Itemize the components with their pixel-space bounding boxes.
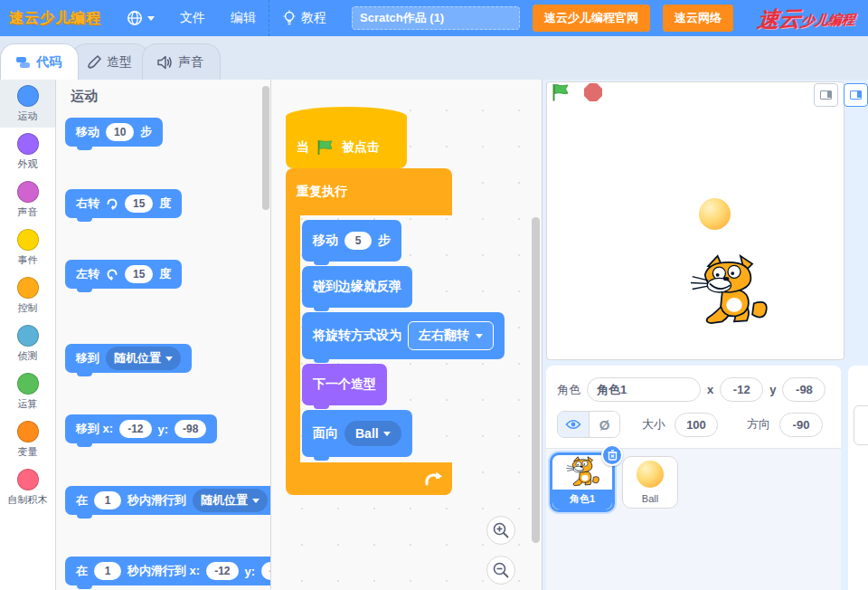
zoom-in-button[interactable] — [486, 516, 515, 545]
menu-tutorials-label: 教程 — [301, 10, 326, 26]
glide-y-input[interactable]: -98 — [261, 562, 271, 580]
glide-x-input[interactable]: -12 — [206, 562, 238, 580]
show-sprite-button[interactable] — [558, 412, 589, 437]
scratch-app: 速云少儿编程 文件 编辑 教程 速云少儿编程官网 速云网络 速云少儿编程 — [0, 0, 868, 590]
category-sound[interactable]: 声音 — [0, 176, 55, 224]
green-flag-icon — [316, 139, 335, 156]
backdrop-pane[interactable] — [848, 366, 868, 590]
size-field[interactable]: 100 — [675, 413, 718, 437]
palette-block-glide-xy[interactable]: 在 1 秒内滑行到 x: -12 y: -98 — [65, 557, 271, 585]
block-set-rotation-style[interactable]: 将旋转方式设为 左右翻转 — [302, 312, 505, 359]
palette-block-turn-left[interactable]: 左转 15 度 — [65, 260, 182, 289]
palette-block-turn-right[interactable]: 右转 15 度 — [65, 189, 182, 218]
glide-target-dropdown[interactable]: 随机位置 — [193, 489, 268, 512]
palette-scrollbar[interactable] — [262, 86, 269, 210]
category-variables[interactable]: 变量 — [0, 415, 55, 463]
control-color-dot — [17, 277, 39, 299]
category-control[interactable]: 控制 — [0, 271, 55, 319]
sprite-card-ball[interactable]: Ball — [622, 456, 678, 509]
palette-block-goto-xy[interactable]: 移到 x: -12 y: -98 — [65, 414, 217, 443]
stage — [546, 81, 844, 360]
forever-left-arm — [286, 215, 300, 462]
y-label: y — [769, 383, 776, 396]
loop-arrow-icon — [423, 470, 443, 488]
glide-secs-input[interactable]: 1 — [94, 491, 121, 509]
paintbrush-icon — [87, 55, 101, 70]
dropdown-caret-icon — [383, 432, 391, 436]
zoom-out-button[interactable] — [486, 556, 515, 585]
sprite-pane: 角色 x -12 y -98 Ø 大小 — [546, 366, 841, 590]
delete-sprite-button[interactable] — [601, 444, 623, 466]
block-move-steps[interactable]: 移动 5 步 — [302, 220, 401, 262]
block-forever-loop[interactable]: 重复执行 移动 5 步 碰到边缘就反弹 将旋转方式设为 — [286, 168, 505, 495]
cat-sprite[interactable] — [684, 254, 771, 330]
palette-block-move[interactable]: 移动 10 步 — [65, 118, 163, 147]
y-position-field[interactable]: -98 — [782, 377, 826, 402]
block-when-flag-clicked[interactable]: 当 被点击 — [286, 107, 505, 168]
large-stage-button[interactable] — [844, 83, 868, 107]
rotate-ccw-icon — [106, 268, 118, 281]
dropdown-caret-icon — [165, 357, 173, 361]
tab-code[interactable]: 代码 — [0, 43, 79, 80]
dropdown-caret-icon — [476, 334, 483, 338]
script-scrollbar[interactable] — [532, 217, 540, 543]
goto-y-input[interactable]: -98 — [175, 420, 206, 438]
code-blocks-icon — [15, 55, 31, 70]
point-target-dropdown[interactable]: Ball — [344, 421, 401, 446]
ball-sprite[interactable] — [699, 198, 731, 230]
x-position-field[interactable]: -12 — [720, 377, 763, 402]
sprite-list: 角色1 Ball — [546, 449, 841, 590]
backdrop-thumbnail-card[interactable] — [854, 405, 868, 445]
network-site-button[interactable]: 速云网络 — [663, 5, 733, 32]
green-flag-button[interactable] — [550, 81, 571, 103]
category-operators[interactable]: 运算 — [0, 367, 55, 415]
language-selector[interactable] — [114, 0, 167, 36]
block-next-costume[interactable]: 下一个造型 — [302, 364, 387, 405]
direction-field[interactable]: -90 — [779, 413, 823, 437]
sprite-label: 角色 — [557, 382, 580, 398]
x-label: x — [707, 383, 713, 396]
category-looks[interactable]: 外观 — [0, 128, 55, 176]
sprite-name-input[interactable] — [587, 377, 701, 402]
tab-sounds[interactable]: 声音 — [142, 43, 221, 80]
sprite-card-cat[interactable]: 角色1 — [550, 452, 615, 512]
menu-edit[interactable]: 编辑 — [218, 0, 269, 36]
tab-costumes[interactable]: 造型 — [71, 43, 149, 80]
size-label: 大小 — [642, 416, 665, 433]
forever-label[interactable]: 重复执行 — [286, 168, 452, 215]
block-point-towards-ball[interactable]: 面向 Ball — [302, 410, 412, 457]
sensing-color-dot — [17, 325, 39, 347]
forever-inner-blocks: 移动 5 步 碰到边缘就反弹 将旋转方式设为 左右翻转 下一个造型 — [300, 215, 505, 462]
rotation-style-dropdown[interactable]: 左右翻转 — [408, 321, 494, 350]
small-stage-button[interactable] — [814, 83, 838, 107]
project-name-input[interactable] — [352, 6, 520, 30]
glide-xy-secs-input[interactable]: 1 — [94, 562, 121, 580]
lightbulb-icon — [282, 10, 297, 26]
category-sensing[interactable]: 侦测 — [0, 319, 55, 367]
turn-left-degrees-input[interactable]: 15 — [125, 265, 153, 283]
category-events[interactable]: 事件 — [0, 224, 55, 271]
hide-sprite-button[interactable]: Ø — [589, 412, 619, 437]
myblocks-color-dot — [17, 469, 39, 490]
palette-block-glide[interactable]: 在 1 秒内滑行到 随机位置 — [65, 486, 271, 515]
eye-slash-icon: Ø — [599, 417, 610, 433]
small-stage-icon — [820, 90, 832, 100]
motion-color-dot — [17, 85, 39, 107]
goto-x-input[interactable]: -12 — [119, 420, 151, 438]
move-steps-input[interactable]: 10 — [106, 123, 134, 141]
trash-icon — [608, 450, 618, 461]
menu-file[interactable]: 文件 — [167, 0, 218, 36]
goto-target-dropdown[interactable]: 随机位置 — [106, 347, 181, 370]
palette-header: 运动 — [71, 88, 98, 105]
turn-right-degrees-input[interactable]: 15 — [125, 195, 153, 213]
variables-color-dot — [17, 421, 39, 442]
move-steps-value[interactable]: 5 — [344, 232, 372, 250]
official-site-button[interactable]: 速云少儿编程官网 — [533, 5, 650, 32]
block-bounce-on-edge[interactable]: 碰到边缘就反弹 — [302, 266, 412, 308]
category-myblocks[interactable]: 自制积木 — [0, 463, 55, 511]
sub-bar: 代码 造型 声音 — [0, 36, 868, 80]
palette-block-goto[interactable]: 移到 随机位置 — [65, 344, 192, 373]
stop-button[interactable] — [582, 81, 604, 103]
category-motion[interactable]: 运动 — [0, 80, 55, 128]
menu-tutorials[interactable]: 教程 — [269, 0, 339, 36]
